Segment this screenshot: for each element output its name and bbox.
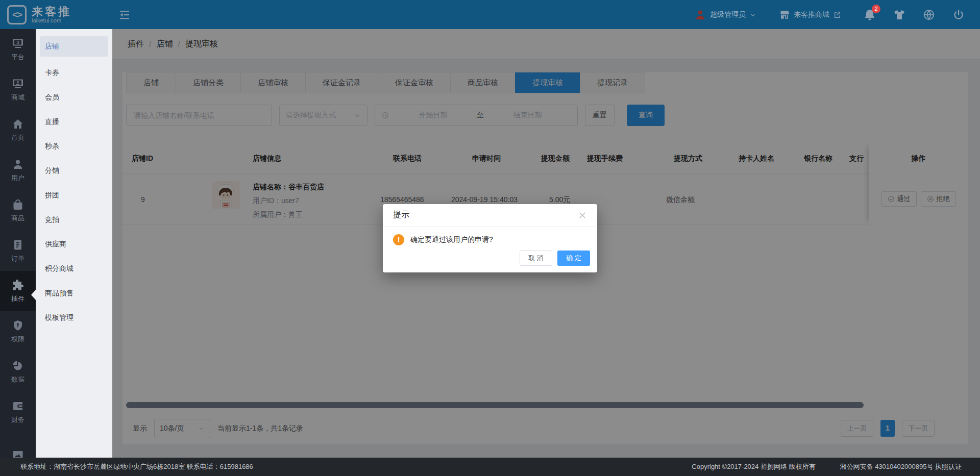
rail-item-platform[interactable]: 平台	[0, 29, 36, 69]
power-icon	[952, 9, 965, 21]
globe-icon	[923, 9, 935, 21]
user-role-label: 超级管理员	[710, 10, 746, 19]
sidebar-item-points-mall[interactable]: 积分商城	[36, 257, 112, 281]
sidebar-item-shop[interactable]: 店铺	[40, 36, 108, 57]
goods-icon	[12, 198, 24, 211]
finance-icon	[12, 400, 24, 412]
header-right: 超级管理员 来客推商城 2	[694, 9, 965, 21]
rail-item-plugins[interactable]: 插件	[0, 271, 36, 311]
store-icon	[779, 9, 790, 20]
sidebar-item-supplier[interactable]: 供应商	[36, 232, 112, 257]
rail-item-orders[interactable]: 订单	[0, 231, 36, 271]
confirm-dialog: 提示 ! 确定要通过该用户的申请? 取 消 确 定	[383, 204, 597, 272]
rail-item-mall[interactable]: 商城	[0, 69, 36, 110]
footer-copyright: Copyright ©2017-2024 拾捌网络 版权所有	[692, 462, 815, 471]
plugin-sidebar: 店铺 卡券 会员 直播 秒杀 分销 拼团 竞拍 供应商 积分商城 商品预售 模板…	[36, 29, 112, 458]
sidebar-item-coupon[interactable]: 卡券	[36, 61, 112, 85]
data-icon	[12, 360, 24, 372]
user-menu[interactable]: 超级管理员	[694, 9, 756, 21]
mall-link[interactable]: 来客推商城	[779, 9, 841, 20]
top-header: <> 来客推 laiketui.com 超级管理员 来客推商城 2	[0, 0, 980, 29]
page-footer: 联系地址：湖南省长沙市岳麓区绿地中央广场6栋2018室 联系电话：6159816…	[0, 458, 980, 476]
sidebar-item-member[interactable]: 会员	[36, 85, 112, 110]
sidebar-collapse-button[interactable]	[118, 9, 131, 21]
logo-brackets-icon: <>	[7, 5, 27, 24]
sidebar-item-distribution[interactable]: 分销	[36, 159, 112, 183]
platform-icon	[12, 37, 24, 49]
rail-item-data[interactable]: 数据	[0, 352, 36, 392]
orders-icon	[12, 239, 24, 251]
notifications-button[interactable]: 2	[864, 9, 876, 21]
confirm-button[interactable]: 确 定	[557, 250, 590, 266]
warning-icon: !	[393, 234, 404, 245]
media-icon[interactable]	[12, 449, 24, 458]
rail-item-permissions[interactable]: 权限	[0, 311, 36, 352]
sidebar-item-flashsale[interactable]: 秒杀	[36, 134, 112, 159]
logout-button[interactable]	[952, 9, 965, 21]
sidebar-item-groupbuy[interactable]: 拼团	[36, 183, 112, 208]
dialog-body: ! 确定要通过该用户的申请?	[383, 227, 597, 253]
logo-title: 来客推	[32, 6, 71, 17]
notification-badge: 2	[872, 5, 880, 13]
external-link-icon	[833, 11, 841, 19]
main-nav-rail: 平台 商城 首页 用户 商品 订单 插件 权限 数据 财务	[0, 29, 36, 458]
sidebar-item-auction[interactable]: 竞拍	[36, 208, 112, 232]
mall-icon	[12, 78, 24, 90]
dialog-header: 提示	[383, 204, 597, 227]
logo-subtitle: laiketui.com	[32, 17, 71, 23]
close-icon[interactable]	[578, 211, 587, 220]
dialog-title: 提示	[393, 210, 409, 220]
users-icon	[12, 158, 24, 170]
user-avatar-icon	[694, 9, 706, 21]
sidebar-item-live[interactable]: 直播	[36, 110, 112, 134]
footer-security-record: 湘公网安备 43010402000895号 执照认证	[840, 462, 962, 471]
plugins-icon	[12, 279, 24, 291]
permissions-icon	[12, 319, 24, 332]
sidebar-item-template[interactable]: 模板管理	[36, 306, 112, 330]
app-logo: <> 来客推 laiketui.com	[7, 5, 71, 24]
cancel-button[interactable]: 取 消	[520, 250, 552, 266]
footer-contact: 联系地址：湖南省长沙市岳麓区绿地中央广场6栋2018室 联系电话：6159816…	[20, 462, 253, 471]
mall-link-label: 来客推商城	[794, 10, 829, 19]
dialog-message: 确定要通过该用户的申请?	[410, 235, 493, 244]
tshirt-icon	[893, 9, 905, 21]
dialog-footer: 取 消 确 定	[520, 250, 590, 266]
rail-item-users[interactable]: 用户	[0, 150, 36, 190]
theme-button[interactable]	[893, 9, 905, 21]
sidebar-item-presale[interactable]: 商品预售	[36, 281, 112, 306]
rail-item-home[interactable]: 首页	[0, 110, 36, 150]
language-button[interactable]	[923, 9, 935, 21]
chevron-down-icon	[749, 11, 756, 18]
rail-item-finance[interactable]: 财务	[0, 392, 36, 432]
rail-item-goods[interactable]: 商品	[0, 190, 36, 231]
home-icon	[12, 118, 24, 130]
